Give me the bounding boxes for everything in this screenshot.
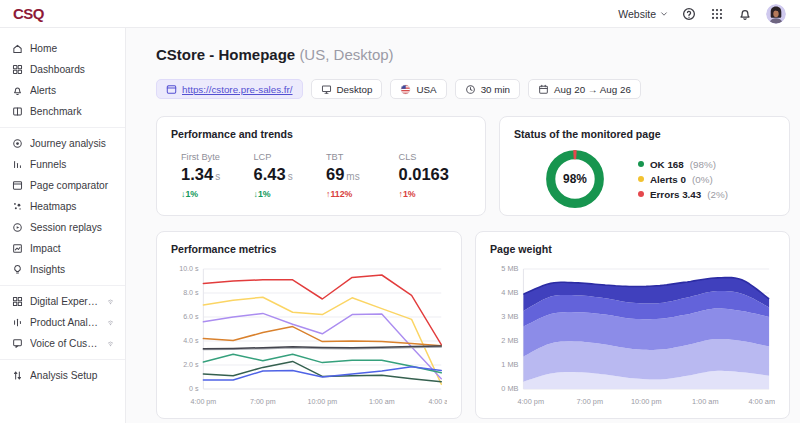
- performance-metrics-title: Performance metrics: [171, 243, 447, 255]
- metric-value: 6.43s: [254, 166, 327, 183]
- sidebar-item-label: Impact: [30, 243, 115, 254]
- sidebar-item-session-replays[interactable]: Session replays: [0, 217, 125, 238]
- legend-dot: [638, 191, 644, 197]
- svg-text:4:00 am: 4:00 am: [428, 397, 447, 406]
- flag-usa-icon: [400, 84, 411, 95]
- sidebar-item-label: Alerts: [30, 85, 115, 96]
- page-weight-title: Page weight: [490, 243, 775, 255]
- metric-unit: s: [215, 171, 220, 182]
- impact-icon: [12, 243, 23, 254]
- apps-icon[interactable]: [710, 7, 724, 21]
- sidebar-item-label: Insights: [30, 264, 115, 275]
- csq-logo[interactable]: CSQ: [13, 5, 44, 22]
- sidebar-item-benchmark[interactable]: Benchmark: [0, 101, 125, 122]
- metric-label: CLS: [399, 152, 472, 162]
- user-avatar[interactable]: [766, 4, 786, 24]
- browser-icon: [166, 84, 177, 95]
- chip-label: Aug 20 → Aug 26: [554, 84, 631, 95]
- chip-aug-20-aug-26[interactable]: Aug 20 → Aug 26: [528, 79, 641, 99]
- performance-metrics-chart: 0 s2.0 s4.0 s6.0 s8.0 s10.0 s4:00 pm7:00…: [171, 261, 447, 411]
- legend-label: OK 168: [650, 159, 684, 170]
- sidebar-item-impact[interactable]: Impact: [0, 238, 125, 259]
- website-selector[interactable]: Website: [618, 8, 668, 20]
- metrics-row: First Byte1.34s↓1%LCP6.43s↓1%TBT69ms↑112…: [171, 140, 471, 199]
- metric-value: 69ms: [326, 166, 399, 183]
- signal-icon: [106, 318, 115, 327]
- chip-label: 30 min: [481, 84, 510, 95]
- sidebar-item-voice-of-customer[interactable]: Voice of Customer: [0, 333, 125, 354]
- sidebar-item-digital-experience-monitor[interactable]: Digital Experience Monitor...: [0, 291, 125, 312]
- filter-chips: https://cstore.pre-sales.fr/DesktopUSA30…: [156, 79, 790, 99]
- sidebar-item-label: Benchmark: [30, 106, 115, 117]
- page-comparator-icon: [12, 180, 23, 191]
- performance-metrics-card: Performance metrics 0 s2.0 s4.0 s6.0 s8.…: [156, 231, 462, 419]
- chip-30-min[interactable]: 30 min: [455, 79, 520, 99]
- sidebar-item-dashboards[interactable]: Dashboards: [0, 59, 125, 80]
- benchmark-icon: [12, 106, 23, 117]
- svg-text:10.0 s: 10.0 s: [179, 264, 199, 273]
- sidebar-section: Analysis Setup: [0, 359, 125, 391]
- help-icon[interactable]: [682, 7, 696, 21]
- svg-text:8.0 s: 8.0 s: [183, 288, 199, 297]
- legend-item-ok[interactable]: OK 168(98%): [638, 159, 728, 170]
- legend-label: Alerts 0: [650, 174, 686, 185]
- legend-pct: (2%): [707, 189, 728, 200]
- legend-item-alerts[interactable]: Alerts 0(0%): [638, 174, 728, 185]
- sidebar-section: HomeDashboardsAlertsBenchmark: [0, 33, 125, 127]
- chip-https-cstore-pre-sales-fr[interactable]: https://cstore.pre-sales.fr/: [156, 79, 303, 99]
- svg-text:2 MB: 2 MB: [501, 336, 518, 345]
- status-card: Status of the monitored page 98% OK 168(…: [499, 116, 790, 216]
- status-body: 98% OK 168(98%)Alerts 0(0%)Errors 3.43(2…: [514, 140, 775, 212]
- sidebar-item-insights[interactable]: Insights: [0, 259, 125, 280]
- metric-unit: ms: [346, 171, 359, 182]
- svg-text:1 MB: 1 MB: [501, 360, 518, 369]
- sidebar-item-heatmaps[interactable]: Heatmaps: [0, 196, 125, 217]
- svg-text:0 MB: 0 MB: [501, 384, 518, 393]
- notifications-icon[interactable]: [738, 7, 752, 21]
- legend-pct: (0%): [692, 174, 713, 185]
- chip-label: https://cstore.pre-sales.fr/: [182, 84, 293, 95]
- sidebar-item-analysis-setup[interactable]: Analysis Setup: [0, 365, 125, 386]
- svg-text:6.0 s: 6.0 s: [183, 312, 199, 321]
- sidebar-item-home[interactable]: Home: [0, 38, 125, 59]
- svg-text:4:00 pm: 4:00 pm: [517, 397, 544, 406]
- metric-first-byte: First Byte1.34s↓1%: [181, 152, 254, 199]
- metric-cls: CLS0.0163↑1%: [399, 152, 472, 199]
- sidebar-item-label: Digital Experience Monitor...: [30, 296, 99, 307]
- sidebar-item-alerts[interactable]: Alerts: [0, 80, 125, 101]
- metric-value: 1.34s: [181, 166, 254, 183]
- home-icon: [12, 43, 23, 54]
- sidebar-item-label: Analysis Setup: [30, 370, 115, 381]
- legend-item-errors[interactable]: Errors 3.43(2%): [638, 189, 728, 200]
- performance-trends-card: Performance and trends First Byte1.34s↓1…: [156, 116, 486, 216]
- svg-text:0 s: 0 s: [189, 384, 199, 393]
- main-content: CStore - Homepage (US, Desktop) https://…: [126, 28, 800, 423]
- chip-label: USA: [416, 84, 436, 95]
- sidebar-item-product-analytics[interactable]: Product Analytics: [0, 312, 125, 333]
- calendar-icon: [538, 84, 549, 95]
- series-green-line: [203, 354, 441, 373]
- clock-icon: [465, 84, 476, 95]
- sidebar-item-label: Home: [30, 43, 115, 54]
- heatmaps-icon: [12, 201, 23, 212]
- legend-dot: [638, 161, 644, 167]
- svg-text:98%: 98%: [563, 172, 587, 186]
- page-weight-chart: 0 MB1 MB2 MB3 MB4 MB5 MB4:00 pm7:00 pm10…: [490, 261, 775, 411]
- metric-delta: ↑1%: [399, 189, 472, 199]
- svg-text:4 MB: 4 MB: [501, 288, 518, 297]
- sidebar-item-label: Journey analysis: [30, 138, 115, 149]
- sidebar-item-journey-analysis[interactable]: Journey analysis: [0, 133, 125, 154]
- dxm-icon: [12, 296, 23, 307]
- sidebar-item-label: Product Analytics: [30, 317, 99, 328]
- chip-usa[interactable]: USA: [390, 79, 446, 99]
- metric-value: 0.0163: [399, 166, 472, 183]
- sidebar-item-page-comparator[interactable]: Page comparator: [0, 175, 125, 196]
- dashboards-icon: [12, 64, 23, 75]
- chip-desktop[interactable]: Desktop: [311, 79, 383, 99]
- legend-label: Errors 3.43: [650, 189, 701, 200]
- sidebar-item-funnels[interactable]: Funnels: [0, 154, 125, 175]
- svg-text:7:00 pm: 7:00 pm: [250, 397, 276, 406]
- page-weight-card: Page weight 0 MB1 MB2 MB3 MB4 MB5 MB4:00…: [475, 231, 790, 419]
- sidebar-section: Digital Experience Monitor...Product Ana…: [0, 285, 125, 359]
- product-analytics-icon: [12, 317, 23, 328]
